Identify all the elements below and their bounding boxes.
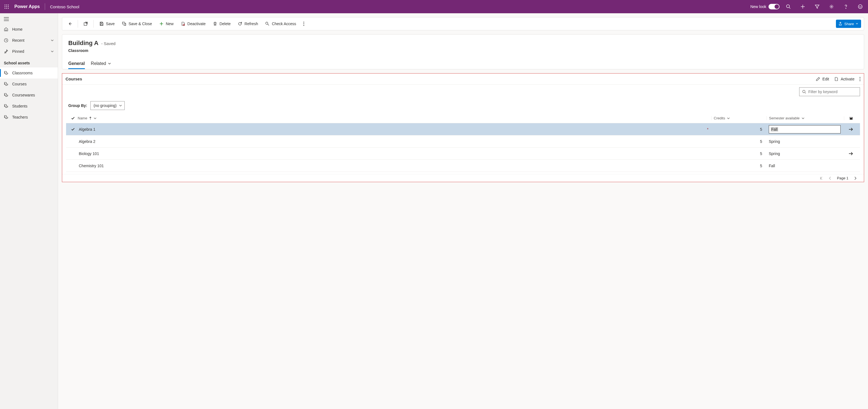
check-icon [71,127,75,131]
row-checkbox[interactable] [68,127,78,131]
arrow-right-icon [848,127,854,131]
cell-credits[interactable]: 5 [711,127,767,131]
row-open-button[interactable] [844,127,858,131]
assistant-icon[interactable] [855,1,866,12]
app-title: Power Apps [14,4,40,9]
select-all-checkbox[interactable] [68,116,78,120]
sidebar-item-coursewares[interactable]: Coursewares [0,90,58,101]
help-icon[interactable] [840,1,851,12]
filter-field[interactable] [808,90,857,94]
column-name-label: Name [78,116,87,120]
deactivate-button[interactable]: Deactivate [178,19,209,29]
nav-home[interactable]: Home [0,24,58,35]
subgrid-activate-button[interactable]: Activate [834,77,855,81]
groupby-label: Group By: [68,103,87,108]
filter-icon[interactable] [812,1,823,12]
open-new-window-button[interactable] [81,19,91,29]
new-look-toggle[interactable]: New look [750,4,779,9]
search-icon[interactable] [783,1,794,12]
add-icon[interactable] [797,1,808,12]
cell-name[interactable]: Chemistry 101 [78,164,711,168]
nav-pinned[interactable]: Pinned [0,46,58,57]
tab-related[interactable]: Related [91,59,111,69]
semester-edit-input[interactable]: Fall [769,125,841,133]
hamburger-icon[interactable] [0,14,58,24]
chevron-down-icon [727,117,730,120]
sidebar-item-teachers[interactable]: Teachers [0,112,58,123]
svg-point-5 [8,6,9,7]
table-row[interactable]: Algebra 2 5 Spring [66,135,860,148]
table-row[interactable]: Chemistry 101 5 Fall [66,160,860,172]
column-header-credits[interactable]: Credits [711,116,767,120]
delete-label: Delete [219,22,230,26]
check-icon [71,116,75,120]
svg-point-30 [304,25,304,26]
sidebar-item-students[interactable]: Students [0,101,58,112]
next-page-icon[interactable] [854,176,857,180]
cell-credits[interactable]: 5 [711,164,767,168]
subgrid-edit-button[interactable]: Edit [816,77,829,81]
cell-name[interactable]: Algebra 2 [78,139,711,144]
column-save-icon[interactable] [844,116,858,120]
record-status: - Saved [101,41,116,46]
save-close-label: Save & Close [128,22,152,26]
new-button[interactable]: New [156,19,176,29]
cell-credits[interactable]: 5 [711,139,767,144]
cell-name[interactable]: Biology 101 [78,152,711,156]
svg-rect-21 [101,22,102,23]
cell-semester[interactable]: Fall [767,164,844,168]
cell-semester[interactable]: Spring [767,152,844,156]
save-label: Save [106,22,115,26]
save-close-button[interactable]: Save & Close [119,19,155,29]
plus-icon [159,22,164,26]
groupby-select[interactable]: (no grouping) [90,101,124,110]
tab-general[interactable]: General [68,59,85,69]
app-header: Power Apps Contoso School New look [0,0,868,13]
new-look-label: New look [750,4,766,9]
delete-button[interactable]: Delete [210,19,233,29]
column-header-name[interactable]: Name [78,116,711,120]
page-label: Page 1 [837,176,848,180]
subgrid-title: Courses [65,76,82,81]
share-button[interactable]: Share [836,20,861,28]
arrow-right-icon [848,152,854,156]
table-row[interactable]: Biology 101 5 Spring [66,148,860,160]
refresh-icon [238,22,242,26]
back-button[interactable] [65,19,75,29]
cell-credits[interactable]: 5 [711,152,767,156]
form-tabs: General Related [68,59,858,69]
subgrid-edit-label: Edit [823,77,829,81]
column-header-semester[interactable]: Semester available [767,116,844,120]
sidebar-item-courses[interactable]: Courses [0,78,58,90]
column-credits-label: Credits [714,116,725,120]
svg-point-3 [5,6,5,7]
gear-icon[interactable] [826,1,837,12]
filter-input[interactable] [799,87,860,96]
header-divider [45,3,45,10]
nav-recent[interactable]: Recent [0,35,58,46]
save-button[interactable]: Save [96,19,118,29]
row-open-button[interactable] [844,152,858,156]
refresh-button[interactable]: Refresh [235,19,261,29]
sidebar-item-classrooms[interactable]: Classrooms [0,67,58,78]
check-access-button[interactable]: Check Access [262,19,299,29]
subgrid-more-button[interactable] [860,77,861,81]
first-page-icon[interactable] [819,176,823,180]
cell-semester[interactable]: Spring [767,139,844,144]
svg-point-29 [304,24,304,24]
check-access-label: Check Access [272,22,296,26]
cell-semester[interactable]: Fall [767,125,844,133]
overflow-button[interactable] [301,19,307,29]
svg-point-31 [860,77,861,77]
toggle-switch[interactable] [769,4,779,9]
table-row[interactable]: Algebra 1 * 5 Fall [66,123,860,135]
prev-page-icon[interactable] [828,176,832,180]
cell-name[interactable]: Algebra 1 * [78,127,711,131]
svg-rect-22 [101,24,102,25]
sort-asc-icon [89,117,92,120]
chevron-down-icon [51,50,54,53]
pin-icon [4,49,8,54]
save-icon [99,22,104,26]
svg-point-33 [860,80,861,81]
app-launcher-icon[interactable] [2,2,11,11]
